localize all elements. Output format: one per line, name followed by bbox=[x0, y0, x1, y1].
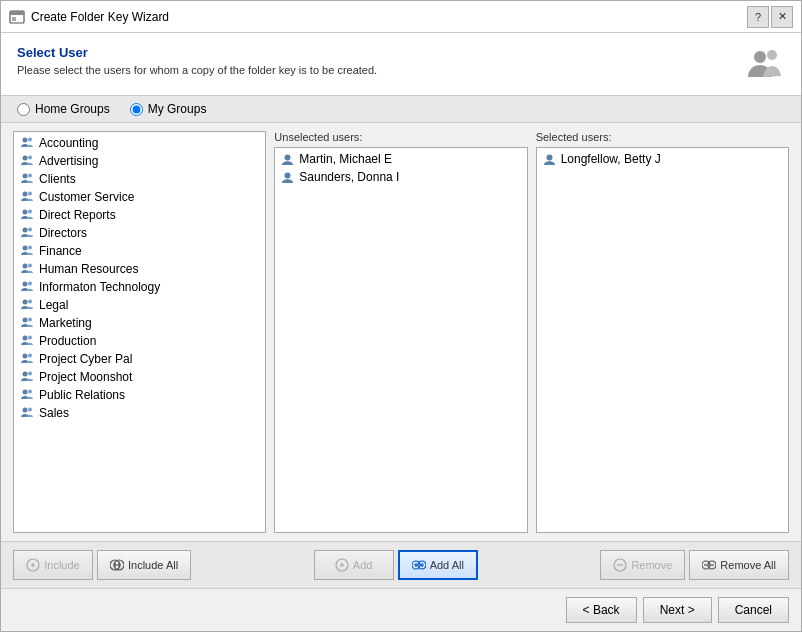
svg-point-31 bbox=[23, 372, 28, 377]
page-description: Please select the users for whom a copy … bbox=[17, 64, 377, 76]
svg-rect-1 bbox=[10, 11, 24, 15]
svg-point-4 bbox=[767, 50, 777, 60]
header-text: Select User Please select the users for … bbox=[17, 45, 377, 76]
selected-panel: Selected users: Longfellow, Betty J bbox=[536, 131, 789, 533]
svg-rect-2 bbox=[12, 17, 16, 21]
unselected-panel: Unselected users: Martin, Michael E Saun… bbox=[274, 131, 527, 533]
my-groups-radio[interactable] bbox=[130, 103, 143, 116]
svg-point-10 bbox=[28, 174, 32, 178]
right-buttons: Remove Remove All bbox=[600, 550, 789, 580]
groups-list[interactable]: Accounting Advertising Clients Customer … bbox=[13, 131, 266, 533]
help-button[interactable]: ? bbox=[747, 6, 769, 28]
header-section: Select User Please select the users for … bbox=[1, 33, 801, 96]
include-all-button[interactable]: Include All bbox=[97, 550, 191, 580]
content-area: Accounting Advertising Clients Customer … bbox=[1, 123, 801, 541]
svg-point-22 bbox=[28, 282, 32, 286]
unselected-users-list[interactable]: Martin, Michael E Saunders, Donna I bbox=[274, 147, 527, 533]
list-item[interactable]: Marketing bbox=[14, 314, 265, 332]
close-button[interactable]: ✕ bbox=[771, 6, 793, 28]
my-groups-radio-label[interactable]: My Groups bbox=[130, 102, 207, 116]
window-title: Create Folder Key Wizard bbox=[31, 10, 747, 24]
svg-point-28 bbox=[28, 336, 32, 340]
home-groups-radio[interactable] bbox=[17, 103, 30, 116]
selected-users-list[interactable]: Longfellow, Betty J bbox=[536, 147, 789, 533]
svg-point-26 bbox=[28, 318, 32, 322]
groups-panel: Accounting Advertising Clients Customer … bbox=[13, 131, 266, 533]
svg-point-8 bbox=[28, 156, 32, 160]
list-item[interactable]: Clients bbox=[14, 170, 265, 188]
svg-point-36 bbox=[28, 408, 32, 412]
next-button[interactable]: Next > bbox=[643, 597, 712, 623]
middle-buttons: Add Add All bbox=[314, 550, 478, 580]
list-item[interactable]: Public Relations bbox=[14, 386, 265, 404]
list-item[interactable]: Advertising bbox=[14, 152, 265, 170]
svg-point-3 bbox=[754, 51, 766, 63]
list-item[interactable]: Sales bbox=[14, 404, 265, 422]
list-item[interactable]: Human Resources bbox=[14, 260, 265, 278]
list-item[interactable]: Project Moonshot bbox=[14, 368, 265, 386]
svg-point-29 bbox=[23, 354, 28, 359]
svg-point-39 bbox=[546, 154, 552, 160]
selected-label: Selected users: bbox=[536, 131, 789, 143]
home-groups-label: Home Groups bbox=[35, 102, 110, 116]
list-item[interactable]: Accounting bbox=[14, 134, 265, 152]
title-bar: Create Folder Key Wizard ? ✕ bbox=[1, 1, 801, 33]
users-icon bbox=[745, 45, 785, 85]
svg-point-15 bbox=[23, 228, 28, 233]
svg-point-17 bbox=[23, 246, 28, 251]
svg-point-20 bbox=[28, 264, 32, 268]
svg-point-23 bbox=[23, 300, 28, 305]
svg-point-32 bbox=[28, 372, 32, 376]
main-window: Create Folder Key Wizard ? ✕ Select User… bbox=[0, 0, 802, 632]
svg-point-11 bbox=[23, 192, 28, 197]
svg-point-16 bbox=[28, 228, 32, 232]
svg-point-35 bbox=[23, 408, 28, 413]
svg-point-38 bbox=[285, 172, 291, 178]
list-item[interactable]: Directors bbox=[14, 224, 265, 242]
svg-point-14 bbox=[28, 210, 32, 214]
svg-point-34 bbox=[28, 390, 32, 394]
svg-point-19 bbox=[23, 264, 28, 269]
list-item[interactable]: Direct Reports bbox=[14, 206, 265, 224]
svg-point-33 bbox=[23, 390, 28, 395]
svg-point-13 bbox=[23, 210, 28, 215]
svg-point-7 bbox=[23, 156, 28, 161]
my-groups-label: My Groups bbox=[148, 102, 207, 116]
list-item[interactable]: Project Cyber Pal bbox=[14, 350, 265, 368]
svg-point-6 bbox=[28, 138, 32, 142]
svg-point-27 bbox=[23, 336, 28, 341]
list-item[interactable]: Production bbox=[14, 332, 265, 350]
cancel-button[interactable]: Cancel bbox=[718, 597, 789, 623]
add-all-button[interactable]: Add All bbox=[398, 550, 478, 580]
unselected-label: Unselected users: bbox=[274, 131, 527, 143]
window-icon bbox=[9, 9, 25, 25]
title-bar-controls: ? ✕ bbox=[747, 6, 793, 28]
svg-point-18 bbox=[28, 246, 32, 250]
list-item[interactable]: Legal bbox=[14, 296, 265, 314]
action-button-row: Include Include All Add Add All bbox=[1, 541, 801, 588]
back-button[interactable]: < Back bbox=[566, 597, 637, 623]
list-item[interactable]: Martin, Michael E bbox=[275, 150, 526, 168]
list-item[interactable]: Saunders, Donna I bbox=[275, 168, 526, 186]
radio-bar: Home Groups My Groups bbox=[1, 96, 801, 123]
svg-point-24 bbox=[28, 300, 32, 304]
home-groups-radio-label[interactable]: Home Groups bbox=[17, 102, 110, 116]
list-item[interactable]: Longfellow, Betty J bbox=[537, 150, 788, 168]
list-item[interactable]: Finance bbox=[14, 242, 265, 260]
svg-point-37 bbox=[285, 154, 291, 160]
svg-point-5 bbox=[23, 138, 28, 143]
remove-button[interactable]: Remove bbox=[600, 550, 685, 580]
remove-all-button[interactable]: Remove All bbox=[689, 550, 789, 580]
svg-point-12 bbox=[28, 192, 32, 196]
list-item[interactable]: Informaton Technology bbox=[14, 278, 265, 296]
page-title: Select User bbox=[17, 45, 377, 60]
svg-point-25 bbox=[23, 318, 28, 323]
left-buttons: Include Include All bbox=[13, 550, 191, 580]
list-item[interactable]: Customer Service bbox=[14, 188, 265, 206]
svg-point-21 bbox=[23, 282, 28, 287]
include-button[interactable]: Include bbox=[13, 550, 93, 580]
svg-point-30 bbox=[28, 354, 32, 358]
svg-point-9 bbox=[23, 174, 28, 179]
footer-row: < Back Next > Cancel bbox=[1, 588, 801, 631]
add-button[interactable]: Add bbox=[314, 550, 394, 580]
